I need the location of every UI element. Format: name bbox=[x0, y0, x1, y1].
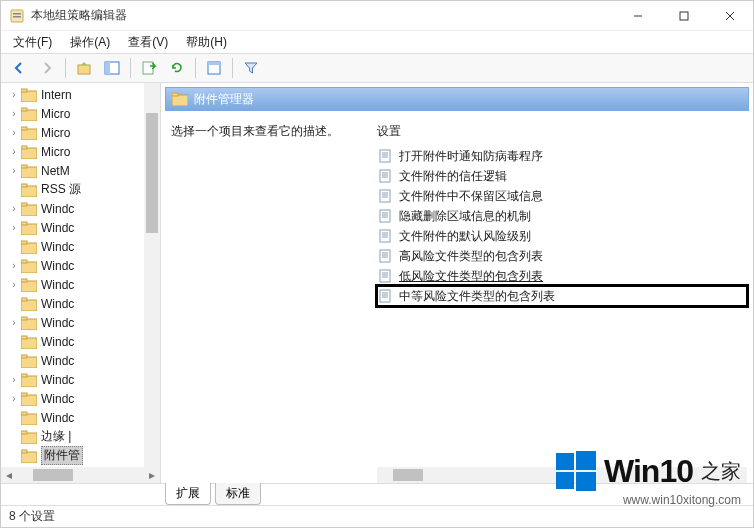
tree-item[interactable]: Windc bbox=[1, 237, 160, 256]
folder-icon bbox=[21, 164, 37, 178]
svg-rect-53 bbox=[172, 95, 188, 106]
tree-item-label: Windc bbox=[41, 221, 74, 235]
svg-rect-9 bbox=[105, 62, 110, 74]
folder-icon bbox=[21, 126, 37, 140]
tree-item[interactable]: ›Windc bbox=[1, 370, 160, 389]
menu-file[interactable]: 文件(F) bbox=[7, 32, 58, 53]
tree-item[interactable]: ›NetM bbox=[1, 161, 160, 180]
setting-item[interactable]: 文件附件中不保留区域信息 bbox=[377, 186, 747, 206]
expand-icon[interactable]: › bbox=[7, 108, 21, 119]
svg-rect-12 bbox=[208, 62, 220, 65]
folder-icon bbox=[21, 316, 37, 330]
description-text: 选择一个项目来查看它的描述。 bbox=[171, 123, 373, 140]
svg-rect-24 bbox=[21, 184, 27, 187]
tree-item[interactable]: 附件管 bbox=[1, 446, 160, 465]
refresh-button[interactable] bbox=[165, 56, 189, 80]
tree-item[interactable]: ›Windc bbox=[1, 275, 160, 294]
tab-extended[interactable]: 扩展 bbox=[165, 483, 211, 505]
tree-item[interactable]: ›Micro bbox=[1, 123, 160, 142]
folder-icon bbox=[21, 335, 37, 349]
scrollbar-thumb[interactable] bbox=[33, 469, 73, 481]
tree-item[interactable]: ›Intern bbox=[1, 85, 160, 104]
tab-standard[interactable]: 标准 bbox=[215, 483, 261, 505]
list-horizontal-scrollbar[interactable] bbox=[377, 467, 731, 483]
tree-item-label: Windc bbox=[41, 354, 74, 368]
svg-rect-15 bbox=[21, 110, 37, 121]
export-button[interactable] bbox=[137, 56, 161, 80]
folder-icon bbox=[21, 183, 37, 197]
expand-icon[interactable]: › bbox=[7, 317, 21, 328]
setting-item[interactable]: 隐藏删除区域信息的机制 bbox=[377, 206, 747, 226]
setting-item[interactable]: 文件附件的默认风险级别 bbox=[377, 226, 747, 246]
tree-pane: ›Intern›Micro›Micro›Micro›NetMRSS 源›Wind… bbox=[1, 83, 161, 483]
scrollbar-thumb[interactable] bbox=[393, 469, 423, 481]
tree-item[interactable]: ›Windc bbox=[1, 313, 160, 332]
setting-label: 文件附件的信任逻辑 bbox=[399, 168, 507, 185]
setting-item[interactable]: 文件附件的信任逻辑 bbox=[377, 166, 747, 186]
minimize-button[interactable] bbox=[615, 1, 661, 31]
svg-rect-37 bbox=[21, 319, 37, 330]
tree-item[interactable]: Windc bbox=[1, 294, 160, 313]
svg-rect-48 bbox=[21, 412, 27, 415]
expand-icon[interactable]: › bbox=[7, 374, 21, 385]
svg-rect-43 bbox=[21, 376, 37, 387]
expand-icon[interactable]: › bbox=[7, 222, 21, 233]
setting-item[interactable]: 打开附件时通知防病毒程序 bbox=[377, 146, 747, 166]
svg-rect-16 bbox=[21, 108, 27, 111]
expand-icon[interactable]: › bbox=[7, 127, 21, 138]
folder-icon bbox=[21, 240, 37, 254]
folder-icon bbox=[21, 430, 37, 444]
tree-item[interactable]: 边缘 | bbox=[1, 427, 160, 446]
svg-rect-83 bbox=[380, 290, 390, 302]
expand-icon[interactable]: › bbox=[7, 89, 21, 100]
tree-item[interactable]: ›Windc bbox=[1, 256, 160, 275]
tree-item[interactable]: Windc bbox=[1, 408, 160, 427]
tree-item-label: Windc bbox=[41, 335, 74, 349]
filter-button[interactable] bbox=[239, 56, 263, 80]
scrollbar-thumb[interactable] bbox=[146, 113, 158, 233]
menu-help[interactable]: 帮助(H) bbox=[180, 32, 233, 53]
svg-rect-27 bbox=[21, 224, 37, 235]
tree-item[interactable]: ›Micro bbox=[1, 142, 160, 161]
expand-icon[interactable]: › bbox=[7, 146, 21, 157]
tree-item[interactable]: ›Windc bbox=[1, 199, 160, 218]
close-button[interactable] bbox=[707, 1, 753, 31]
forward-button[interactable] bbox=[35, 56, 59, 80]
setting-item[interactable]: 高风险文件类型的包含列表 bbox=[377, 246, 747, 266]
tree-item[interactable]: RSS 源 bbox=[1, 180, 160, 199]
expand-icon[interactable]: › bbox=[7, 279, 21, 290]
tree-vertical-scrollbar[interactable] bbox=[144, 83, 160, 467]
menu-view[interactable]: 查看(V) bbox=[122, 32, 174, 53]
tree-item[interactable]: ›Windc bbox=[1, 218, 160, 237]
svg-rect-51 bbox=[21, 452, 37, 463]
tree-item[interactable]: ›Micro bbox=[1, 104, 160, 123]
svg-rect-10 bbox=[143, 62, 153, 74]
folder-icon bbox=[172, 92, 188, 106]
svg-rect-19 bbox=[21, 148, 37, 159]
expand-icon[interactable]: › bbox=[7, 165, 21, 176]
expand-icon[interactable]: › bbox=[7, 203, 21, 214]
show-hide-tree-button[interactable] bbox=[100, 56, 124, 80]
tree-item[interactable]: Windc bbox=[1, 351, 160, 370]
svg-rect-55 bbox=[380, 150, 390, 162]
tree-horizontal-scrollbar[interactable]: ◂ ▸ bbox=[1, 467, 160, 483]
setting-item[interactable]: 中等风险文件类型的包含列表 bbox=[377, 286, 747, 306]
tree-item[interactable]: Windc bbox=[1, 332, 160, 351]
menu-action[interactable]: 操作(A) bbox=[64, 32, 116, 53]
svg-rect-41 bbox=[21, 357, 37, 368]
svg-line-5 bbox=[726, 12, 734, 20]
folder-icon bbox=[21, 221, 37, 235]
svg-rect-67 bbox=[380, 210, 390, 222]
scroll-right-icon[interactable]: ▸ bbox=[144, 467, 160, 483]
expand-icon[interactable]: › bbox=[7, 260, 21, 271]
setting-item[interactable]: 低风险文件类型的包含列表 bbox=[377, 266, 747, 286]
back-button[interactable] bbox=[7, 56, 31, 80]
up-button[interactable] bbox=[72, 56, 96, 80]
scroll-left-icon[interactable]: ◂ bbox=[1, 467, 17, 483]
properties-button[interactable] bbox=[202, 56, 226, 80]
expand-icon[interactable]: › bbox=[7, 393, 21, 404]
tree-item[interactable]: ›Windc bbox=[1, 389, 160, 408]
svg-rect-50 bbox=[21, 431, 27, 434]
maximize-button[interactable] bbox=[661, 1, 707, 31]
svg-rect-32 bbox=[21, 260, 27, 263]
